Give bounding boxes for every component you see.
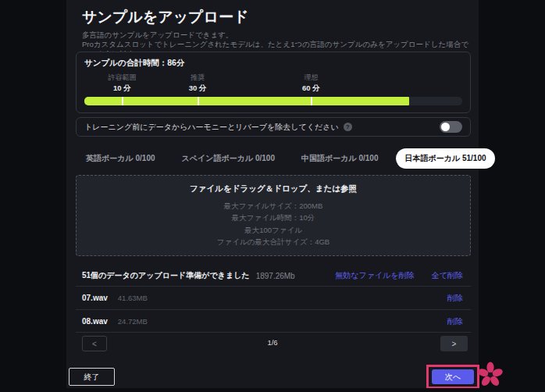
file-row: 07.wav 41.63MB 削除 xyxy=(82,287,463,309)
file-name: 08.wav xyxy=(82,317,108,326)
delete-file-link[interactable]: 削除 xyxy=(447,316,463,327)
upload-ready-summary: 51個のデータのアップロード準備ができました xyxy=(82,270,250,281)
remove-all-link[interactable]: 全て削除 xyxy=(432,270,463,281)
upload-samples-panel: サンプルをアップロード 多言語のサンプルをアップロードできます。 Proカスタム… xyxy=(66,0,479,392)
flower-cursor-icon xyxy=(476,361,504,389)
file-list-header: 51個のデータのアップロード準備ができました 1897.26Mb 無効なファイル… xyxy=(82,269,463,283)
info-icon[interactable]: ? xyxy=(344,123,352,131)
marker-value: 30 分 xyxy=(189,84,207,94)
duration-marker: 許容範囲 10 分 xyxy=(108,73,136,94)
marker-value: 60 分 xyxy=(302,84,320,94)
annotation-highlight-box: 次へ xyxy=(426,365,479,389)
delete-file-link[interactable]: 削除 xyxy=(447,293,463,304)
page-title: サンプルをアップロード xyxy=(82,7,248,27)
sample-duration-title: サンプルの合計時間：86分 xyxy=(84,58,184,69)
file-list-actions: 無効なファイルを削除 全て削除 xyxy=(335,270,463,281)
dropzone-constraint: 最大100ファイル xyxy=(244,224,302,237)
dropzone-constraint: 最大ファイル時間：10分 xyxy=(232,212,315,224)
bar-divider xyxy=(122,97,123,105)
duration-markers: 許容範囲 10 分 推奨 30 分 理想 60 分 xyxy=(84,73,462,93)
file-size: 41.63MB xyxy=(118,294,148,302)
bar-divider xyxy=(311,97,312,105)
file-row: 08.wav 24.72MB 削除 xyxy=(82,310,463,333)
marker-label: 推奨 xyxy=(189,73,207,83)
marker-label: 許容範囲 xyxy=(108,73,136,83)
bottom-strip xyxy=(0,388,545,392)
dropzone-constraint: ファイルの最大合計サイズ：4GB xyxy=(217,236,329,248)
remove-harmony-reverb-label: トレーニング前にデータからハーモニーとリバーブを除去してください xyxy=(84,122,339,133)
dropzone-title: ファイルをドラッグ＆ドロップ、または参照 xyxy=(190,184,357,194)
file-dropzone[interactable]: ファイルをドラッグ＆ドロップ、または参照 最大ファイルサイズ：200MB 最大フ… xyxy=(76,175,471,256)
remove-invalid-files-link[interactable]: 無効なファイルを削除 xyxy=(335,270,414,281)
marker-label: 理想 xyxy=(302,73,320,83)
divider xyxy=(76,332,471,333)
tab-japanese-vocal[interactable]: 日本語ボーカル 51/100 xyxy=(396,148,494,169)
remove-harmony-reverb-toggle[interactable] xyxy=(440,121,462,133)
remove-harmony-reverb-row: トレーニング前にデータからハーモニーとリバーブを除去してください ? xyxy=(76,117,471,137)
next-button[interactable]: 次へ xyxy=(432,369,474,384)
duration-progress-fill xyxy=(84,97,409,105)
pagination-next-button[interactable]: > xyxy=(440,336,468,351)
tab-spanish-vocal[interactable]: スペイン語ボーカル 0/100 xyxy=(173,148,283,169)
dropzone-constraint: 最大ファイルサイズ：200MB xyxy=(224,200,323,212)
tab-chinese-vocal[interactable]: 中国語ボーカル 0/100 xyxy=(293,148,387,169)
pagination-indicator: 1/6 xyxy=(66,338,479,347)
bar-divider xyxy=(198,97,199,105)
exit-button[interactable]: 終了 xyxy=(69,368,115,386)
sample-duration-panel: サンプルの合計時間：86分 許容範囲 10 分 推奨 30 分 理想 60 分 xyxy=(76,52,471,113)
duration-marker: 理想 60 分 xyxy=(302,73,320,94)
file-name: 07.wav xyxy=(82,294,108,302)
marker-value: 10 分 xyxy=(108,84,136,94)
duration-marker: 推奨 30 分 xyxy=(189,73,207,94)
file-size: 24.72MB xyxy=(118,317,148,326)
tab-english-vocal[interactable]: 英語ボーカル 0/100 xyxy=(77,148,164,169)
toggle-knob xyxy=(441,123,450,131)
language-tabs: 英語ボーカル 0/100 スペイン語ボーカル 0/100 中国語ボーカル 0/1… xyxy=(77,148,495,169)
duration-progress-bar xyxy=(84,97,462,105)
upload-total-size: 1897.26Mb xyxy=(256,272,295,280)
